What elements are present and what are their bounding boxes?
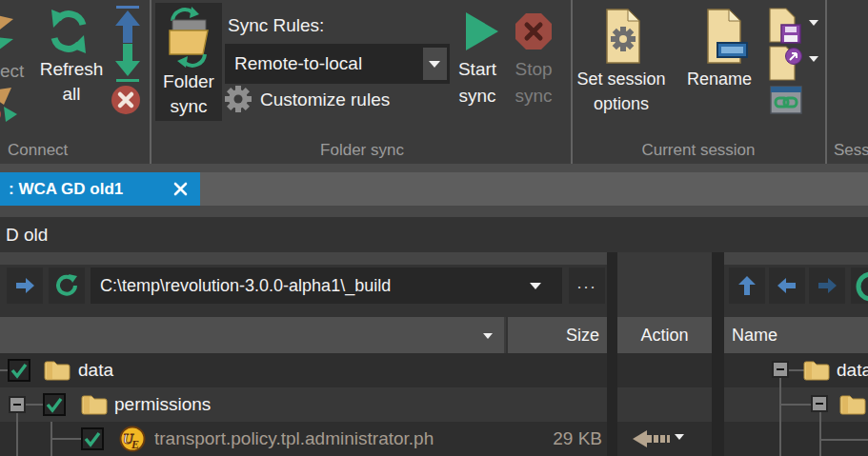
path-dropdown-icon[interactable]	[530, 283, 541, 289]
check-icon	[10, 361, 29, 380]
stop-icon	[514, 11, 554, 51]
tree-line	[16, 413, 18, 456]
load-session-icon[interactable]	[768, 46, 802, 82]
tree-item-data[interactable]: data	[78, 353, 113, 387]
start-sync-button[interactable]: Start sync	[446, 4, 509, 114]
tab-strip: : WCA GD old1	[0, 172, 868, 206]
expander-right-data[interactable]	[772, 361, 789, 378]
arrow-left-icon	[777, 277, 797, 294]
download-arrow-icon[interactable]	[111, 44, 144, 82]
go-back-button[interactable]	[769, 268, 805, 304]
column-header-action[interactable]: Action	[617, 317, 712, 353]
expander-right-permissions[interactable]	[811, 395, 828, 412]
tree-item-permissions[interactable]: permissions	[114, 387, 211, 422]
folder-icon	[80, 393, 109, 416]
path-value: C:\temp\revolution-3.0.0-alpha1\_build	[100, 268, 391, 304]
folder-sync-label-line2: sync	[155, 94, 222, 119]
checkbox-file[interactable]	[81, 427, 104, 450]
action-dropdown-icon[interactable]	[675, 434, 684, 440]
check-icon	[83, 429, 102, 448]
action-row-stripe	[617, 387, 712, 422]
checkbox-permissions[interactable]	[43, 393, 66, 416]
browse-button-label: ...	[576, 273, 596, 292]
minus-icon	[13, 404, 21, 406]
action-cell-button[interactable]	[629, 426, 701, 452]
start-sync-label-line2: sync	[446, 84, 509, 109]
ribbon: ect Refresh all	[0, 0, 868, 164]
link-session-icon[interactable]	[770, 86, 802, 114]
save-session-icon[interactable]	[768, 8, 802, 44]
move-up-button[interactable]	[729, 268, 765, 304]
folder-sync-label-line1: Folder	[155, 69, 222, 94]
browse-button[interactable]: ...	[569, 268, 605, 304]
expander-permissions[interactable]	[9, 396, 26, 413]
folder-sync-icon	[165, 7, 212, 68]
customize-rules-label[interactable]: Customize rules	[260, 88, 390, 112]
panel-top-band	[0, 252, 868, 265]
folder-icon	[838, 393, 867, 416]
header-filter-icon[interactable]	[483, 333, 493, 339]
check-icon	[45, 395, 64, 414]
tab-strip-lower-band	[0, 206, 868, 217]
set-session-options-button[interactable]: Set session options	[570, 4, 673, 118]
stop-sync-button[interactable]: Stop sync	[507, 4, 560, 114]
refresh-all-icon	[46, 8, 91, 55]
folder-sync-button[interactable]: Folder sync	[155, 3, 222, 121]
tab-title: : WCA GD old1	[9, 172, 123, 206]
refresh-path-button[interactable]	[49, 268, 85, 304]
action-row-stripe	[617, 353, 712, 387]
ribbon-group-folder-sync: Folder sync	[152, 139, 572, 162]
column-header-name-left[interactable]	[0, 317, 506, 353]
checkbox-data[interactable]	[8, 359, 30, 382]
load-session-dropdown-icon[interactable]	[809, 56, 818, 62]
tree-item-file[interactable]: transport.policy.tpl.administrator.ph	[154, 422, 506, 456]
ribbon-group-session: Sess	[834, 139, 868, 162]
save-session-dropdown-icon[interactable]	[809, 20, 818, 26]
tab-close-icon[interactable]	[173, 182, 189, 197]
file-size-cell: 29 KB	[508, 422, 602, 456]
panel-splitter-right[interactable]	[712, 252, 724, 456]
minus-icon	[777, 368, 784, 370]
disconnect-icon[interactable]	[0, 13, 19, 55]
minus-icon	[816, 403, 823, 405]
path-input[interactable]: C:\temp\revolution-3.0.0-alpha1\_build	[91, 268, 562, 304]
abort-icon[interactable]	[110, 84, 142, 116]
sync-rules-dropdown-button[interactable]	[423, 48, 447, 80]
column-header-name-right[interactable]: Name	[724, 317, 868, 353]
go-to-path-button[interactable]	[7, 268, 43, 304]
ribbon-group-connect: Connect	[8, 139, 68, 162]
set-session-options-label-line2: options	[570, 91, 673, 116]
refresh-right-button[interactable]	[851, 268, 868, 304]
upload-arrow-icon[interactable]	[111, 6, 144, 44]
refresh-all-button[interactable]: Refresh all	[19, 4, 124, 110]
stop-sync-label-line1: Stop	[507, 57, 560, 82]
tree-line	[781, 404, 811, 406]
connect-clipped-icon[interactable]	[0, 86, 19, 124]
start-sync-label-line1: Start	[446, 57, 509, 82]
column-header-size[interactable]: Size	[508, 317, 607, 353]
session-options-icon	[604, 8, 642, 65]
session-title: D old	[6, 217, 48, 252]
go-forward-button[interactable]	[809, 268, 845, 304]
group-separator	[150, 0, 151, 164]
customize-rules-gear-icon[interactable]	[224, 85, 252, 113]
tab-session-active[interactable]: : WCA GD old1	[0, 172, 200, 206]
action-header-label: Action	[640, 326, 688, 345]
tree-item-right-data[interactable]: data	[837, 353, 868, 387]
rename-button[interactable]: Rename	[669, 4, 770, 118]
refresh-all-label-line1: Refresh	[21, 57, 122, 82]
refresh-all-label-line2: all	[21, 82, 122, 107]
folder-icon	[43, 359, 71, 382]
play-icon	[463, 10, 501, 53]
sync-rules-combobox[interactable]: Remote-to-local	[225, 44, 450, 84]
rename-label: Rename	[669, 67, 770, 91]
sync-rules-label: Sync Rules:	[228, 13, 324, 38]
arrow-right-icon	[14, 277, 35, 294]
name-header-label: Name	[724, 326, 777, 345]
group-separator	[825, 0, 827, 164]
panel-splitter-left[interactable]	[607, 252, 617, 456]
file-size: 29 KB	[553, 428, 602, 448]
tree-line	[52, 438, 81, 440]
refresh-icon	[55, 274, 78, 297]
tree-line	[819, 412, 821, 456]
